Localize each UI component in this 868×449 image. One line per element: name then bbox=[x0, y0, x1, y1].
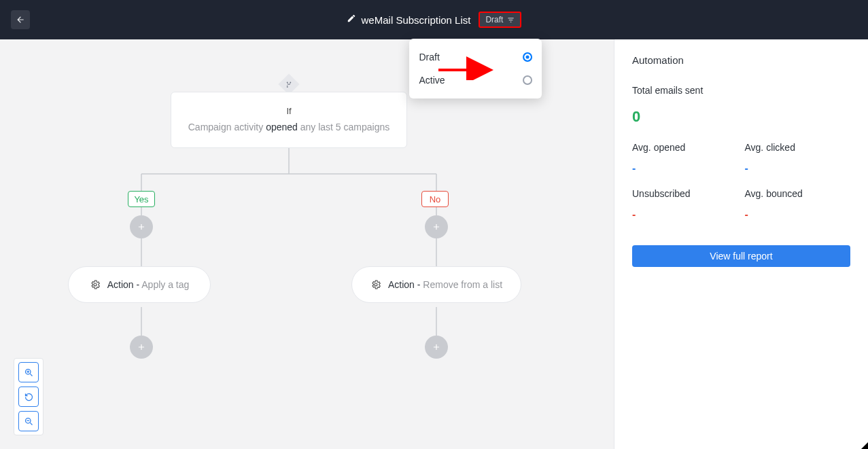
header: weMail Subscription List Draft Draft Act… bbox=[0, 0, 868, 39]
resize-handle-icon[interactable] bbox=[861, 442, 868, 449]
sidebar: Automation Total emails sent 0 Avg. open… bbox=[614, 39, 868, 449]
metric-label: Unsubscribed bbox=[632, 188, 738, 199]
action-label: Action - bbox=[388, 279, 423, 290]
metric-value: - bbox=[745, 162, 851, 175]
metric-value: - bbox=[632, 162, 738, 175]
action-box-yes[interactable]: Action - Apply a tag bbox=[68, 266, 211, 303]
gear-icon bbox=[90, 279, 101, 290]
zoom-out-icon bbox=[24, 416, 34, 427]
automation-title: weMail Subscription List bbox=[362, 14, 471, 26]
svg-line-13 bbox=[30, 374, 32, 376]
zoom-in-button[interactable] bbox=[18, 362, 39, 382]
add-step-button[interactable] bbox=[130, 336, 153, 359]
metric-grid: Avg. opened - Avg. clicked - Unsubscribe… bbox=[632, 142, 850, 221]
sidebar-title: Automation bbox=[632, 54, 850, 66]
svg-point-10 bbox=[94, 283, 97, 286]
add-step-button[interactable] bbox=[425, 215, 448, 238]
branch-label-no: No bbox=[421, 191, 449, 207]
metric-label: Avg. clicked bbox=[745, 142, 851, 153]
action-label: Action - bbox=[107, 279, 142, 290]
metric-unsubscribed: Unsubscribed - bbox=[632, 188, 738, 221]
total-emails-label: Total emails sent bbox=[632, 85, 850, 96]
metric-avg-opened: Avg. opened - bbox=[632, 142, 738, 175]
title-wrap: weMail Subscription List Draft Draft Act… bbox=[347, 12, 522, 28]
metric-value: - bbox=[632, 209, 738, 221]
radio-selected-icon bbox=[523, 52, 532, 62]
action-detail: Remove from a list bbox=[423, 279, 502, 290]
gear-icon bbox=[370, 279, 381, 290]
total-emails-value: 0 bbox=[632, 108, 850, 126]
if-prefix: Campaign activity bbox=[188, 122, 264, 132]
add-step-button[interactable] bbox=[130, 215, 153, 238]
zoom-reset-icon bbox=[24, 392, 34, 402]
back-icon bbox=[16, 15, 25, 24]
metric-value: - bbox=[745, 209, 851, 221]
metric-avg-bounced: Avg. bounced - bbox=[745, 188, 851, 221]
flow-canvas[interactable]: If Campaign activity opened any last 5 c… bbox=[0, 39, 614, 449]
if-title: If bbox=[184, 106, 394, 116]
status-chip[interactable]: Draft bbox=[479, 12, 521, 28]
radio-icon bbox=[523, 75, 532, 85]
metric-label: Avg. opened bbox=[632, 142, 738, 153]
pencil-icon[interactable] bbox=[347, 14, 356, 26]
back-button[interactable] bbox=[11, 10, 30, 29]
if-keyword: opened bbox=[266, 122, 298, 132]
if-body: Campaign activity opened any last 5 camp… bbox=[184, 122, 394, 132]
branch-icon bbox=[285, 81, 293, 88]
metric-label: Avg. bounced bbox=[745, 188, 851, 199]
metric-avg-clicked: Avg. clicked - bbox=[745, 142, 851, 175]
if-suffix: any last 5 campaigns bbox=[300, 122, 390, 132]
if-condition-box[interactable]: If Campaign activity opened any last 5 c… bbox=[171, 92, 407, 148]
svg-line-17 bbox=[30, 423, 32, 425]
add-step-button[interactable] bbox=[425, 336, 448, 359]
annotation-arrow bbox=[435, 46, 496, 80]
zoom-reset-button[interactable] bbox=[18, 387, 39, 407]
zoom-out-button[interactable] bbox=[18, 411, 39, 431]
view-full-report-button[interactable]: View full report bbox=[632, 245, 850, 267]
action-detail: Apply a tag bbox=[141, 279, 189, 290]
filter-icon bbox=[507, 16, 515, 24]
status-chip-label: Draft bbox=[485, 15, 503, 24]
action-box-no[interactable]: Action - Remove from a list bbox=[351, 266, 521, 303]
branch-label-yes: Yes bbox=[128, 191, 155, 207]
svg-point-11 bbox=[375, 283, 377, 286]
zoom-in-icon bbox=[24, 367, 34, 378]
zoom-controls bbox=[14, 358, 44, 435]
